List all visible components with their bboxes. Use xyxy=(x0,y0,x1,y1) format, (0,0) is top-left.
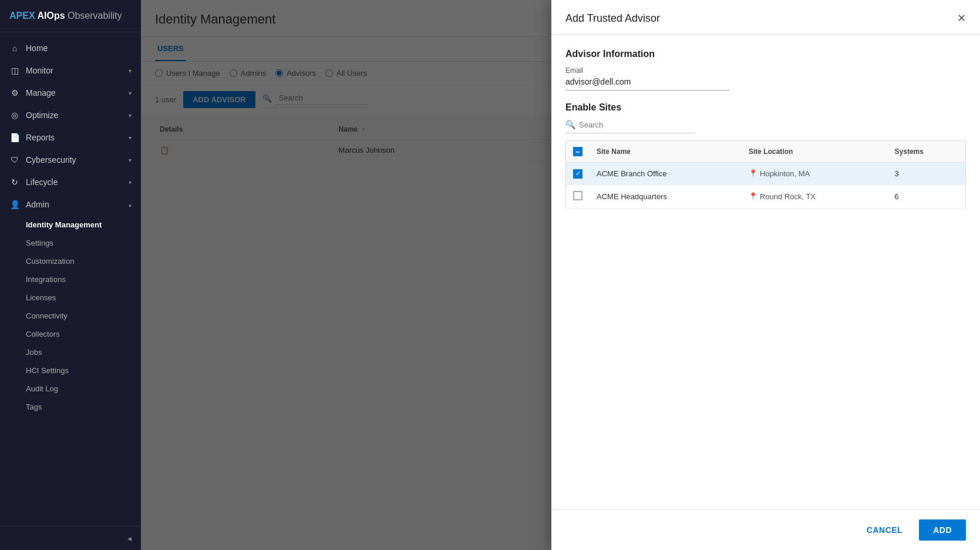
advisor-info-section-title: Advisor Information xyxy=(565,49,966,59)
chevron-down-icon: ▾ xyxy=(129,157,132,163)
sidebar-subitem-licenses[interactable]: Licenses xyxy=(0,289,141,307)
modal-close-button[interactable]: ✕ xyxy=(957,12,966,25)
sidebar-item-optimize[interactable]: ◎ Optimize ▾ xyxy=(0,104,141,126)
sidebar-subitem-hci-settings[interactable]: HCI Settings xyxy=(0,361,141,380)
collapse-sidebar-button[interactable]: ◂ xyxy=(127,534,132,543)
sidebar-item-manage[interactable]: ⚙ Manage ▾ xyxy=(0,82,141,104)
sidebar: APEX AIOps Observability ⌂ Home ◫ Monito… xyxy=(0,0,141,550)
cybersecurity-icon: 🛡 xyxy=(9,155,20,165)
sidebar-subitem-connectivity[interactable]: Connectivity xyxy=(0,307,141,325)
select-all-checkbox[interactable] xyxy=(573,147,582,156)
logo-obs: Observability xyxy=(65,11,122,21)
sidebar-subitem-settings[interactable]: Settings xyxy=(0,234,141,252)
sidebar-item-admin[interactable]: 👤 Admin ▴ xyxy=(0,193,141,216)
subitem-label: Tags xyxy=(26,403,42,411)
location-pin-icon: 📍 xyxy=(749,169,757,177)
row-site-name: ACME Branch Office xyxy=(590,163,742,185)
sidebar-subitem-collectors[interactable]: Collectors xyxy=(0,325,141,343)
row-systems: 6 xyxy=(888,185,966,208)
subitem-label: Identity Management xyxy=(26,220,102,229)
monitor-icon: ◫ xyxy=(9,65,20,76)
modal-header: Add Trusted Advisor ✕ xyxy=(551,0,980,35)
sidebar-item-label: Monitor xyxy=(26,66,123,75)
app-logo: APEX AIOps Observability xyxy=(0,0,141,32)
sidebar-subitem-tags[interactable]: Tags xyxy=(0,398,141,416)
subitem-label: Collectors xyxy=(26,330,60,338)
sidebar-subitem-audit-log[interactable]: Audit Log xyxy=(0,380,141,398)
sidebar-navigation: ⌂ Home ◫ Monitor ▾ ⚙ Manage ▾ ◎ Optimize… xyxy=(0,32,141,526)
logo-apex: APEX xyxy=(9,11,35,21)
sidebar-item-label: Manage xyxy=(26,88,123,98)
admin-icon: 👤 xyxy=(9,199,20,210)
modal-body: Advisor Information Email advisor@dell.c… xyxy=(551,35,980,509)
modal-footer: CANCEL ADD xyxy=(551,509,980,550)
site-row-acme-branch: ACME Branch Office 📍 Hopkinton, MA 3 xyxy=(566,163,966,185)
optimize-icon: ◎ xyxy=(9,110,20,120)
reports-icon: 📄 xyxy=(9,132,20,143)
subitem-label: HCI Settings xyxy=(26,366,69,375)
col-site-location: Site Location xyxy=(742,141,888,163)
row-checkbox[interactable] xyxy=(566,163,590,185)
sidebar-item-label: Optimize xyxy=(26,110,123,120)
col-checkbox-header xyxy=(566,141,590,163)
sidebar-item-label: Cybersecurity xyxy=(26,155,123,165)
row-site-location: 📍 Round Rock, TX xyxy=(742,185,888,208)
subitem-label: Integrations xyxy=(26,275,66,284)
lifecycle-icon: ↻ xyxy=(9,177,20,187)
sidebar-item-label: Home xyxy=(26,43,132,53)
row-checkbox[interactable] xyxy=(566,185,590,208)
email-field-value: advisor@dell.com xyxy=(565,77,730,90)
sidebar-item-cybersecurity[interactable]: 🛡 Cybersecurity ▾ xyxy=(0,149,141,171)
enable-sites-title: Enable Sites xyxy=(565,102,966,113)
sites-search-container: 🔍 xyxy=(565,120,695,133)
sidebar-item-lifecycle[interactable]: ↻ Lifecycle ▾ xyxy=(0,171,141,193)
sidebar-item-home[interactable]: ⌂ Home xyxy=(0,37,141,59)
sidebar-item-reports[interactable]: 📄 Reports ▾ xyxy=(0,126,141,149)
cancel-button[interactable]: CANCEL xyxy=(857,521,912,539)
add-trusted-advisor-modal: Add Trusted Advisor ✕ Advisor Informatio… xyxy=(551,0,980,550)
sidebar-item-label: Lifecycle xyxy=(26,177,123,187)
logo-aiops: AIOps xyxy=(35,11,65,21)
modal-title: Add Trusted Advisor xyxy=(565,12,660,25)
sidebar-item-label: Admin xyxy=(26,200,123,209)
sidebar-subitem-jobs[interactable]: Jobs xyxy=(0,343,141,361)
sites-table: Site Name Site Location Systems ACME Bra… xyxy=(565,140,966,209)
site-checkbox-acme-hq[interactable] xyxy=(573,191,582,200)
subitem-label: Customization xyxy=(26,257,74,266)
site-row-acme-hq: ACME Headquarters 📍 Round Rock, TX 6 xyxy=(566,185,966,208)
subitem-label: Audit Log xyxy=(26,384,58,393)
chevron-down-icon: ▾ xyxy=(129,90,132,96)
sites-search-input[interactable] xyxy=(579,120,685,129)
sidebar-subitem-identity-management[interactable]: Identity Management xyxy=(0,216,141,234)
subitem-label: Connectivity xyxy=(26,311,68,320)
location-pin-icon: 📍 xyxy=(749,192,757,200)
chevron-down-icon: ▾ xyxy=(129,68,132,74)
sidebar-collapse-area: ◂ xyxy=(0,526,141,550)
row-systems: 3 xyxy=(888,163,966,185)
email-field-label: Email xyxy=(565,66,966,75)
sidebar-subitem-customization[interactable]: Customization xyxy=(0,252,141,270)
row-site-name: ACME Headquarters xyxy=(590,185,742,208)
subitem-label: Licenses xyxy=(26,293,56,302)
sidebar-item-label: Reports xyxy=(26,133,123,142)
col-systems: Systems xyxy=(888,141,966,163)
site-checkbox-acme-branch[interactable] xyxy=(573,169,582,179)
chevron-down-icon: ▾ xyxy=(129,179,132,186)
chevron-down-icon: ▾ xyxy=(129,112,132,119)
col-site-name: Site Name xyxy=(590,141,742,163)
subitem-label: Settings xyxy=(26,239,53,247)
subitem-label: Jobs xyxy=(26,348,42,357)
home-icon: ⌂ xyxy=(9,43,20,53)
search-sites-icon: 🔍 xyxy=(565,120,575,129)
add-button[interactable]: ADD xyxy=(919,519,966,541)
sidebar-subitem-integrations[interactable]: Integrations xyxy=(0,270,141,289)
sidebar-item-monitor[interactable]: ◫ Monitor ▾ xyxy=(0,59,141,82)
manage-icon: ⚙ xyxy=(9,88,20,98)
enable-sites-section: Enable Sites 🔍 Site Name Site Location S… xyxy=(565,102,966,209)
chevron-up-icon: ▴ xyxy=(129,202,132,208)
chevron-down-icon: ▾ xyxy=(129,135,132,141)
row-site-location: 📍 Hopkinton, MA xyxy=(742,163,888,185)
